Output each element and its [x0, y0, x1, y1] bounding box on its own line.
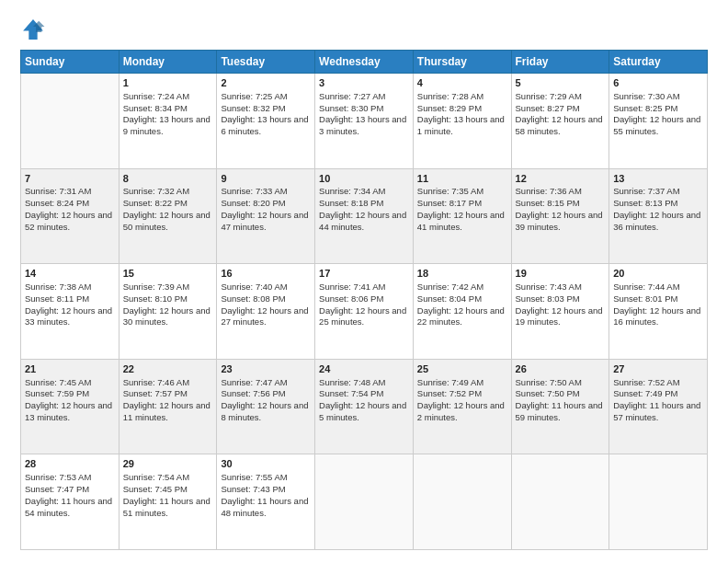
calendar-cell: 19Sunrise: 7:43 AMSunset: 8:03 PMDayligh… — [511, 264, 609, 360]
calendar-cell: 24Sunrise: 7:48 AMSunset: 7:54 PMDayligh… — [315, 359, 414, 454]
calendar: SundayMondayTuesdayWednesdayThursdayFrid… — [20, 50, 708, 550]
page: SundayMondayTuesdayWednesdayThursdayFrid… — [0, 0, 728, 563]
sunrise-text: Sunrise: 7:47 AM — [221, 377, 311, 389]
calendar-cell: 3Sunrise: 7:27 AMSunset: 8:30 PMDaylight… — [315, 74, 414, 169]
sunset-text: Sunset: 7:57 PM — [123, 388, 213, 400]
day-number: 24 — [319, 362, 409, 376]
day-number: 6 — [613, 76, 703, 90]
sunset-text: Sunset: 8:13 PM — [613, 198, 703, 210]
daylight-text: Daylight: 12 hours and 22 minutes. — [417, 305, 507, 329]
sunrise-text: Sunrise: 7:55 AM — [221, 472, 311, 484]
calendar-cell — [413, 454, 511, 550]
sunrise-text: Sunrise: 7:37 AM — [613, 186, 703, 198]
calendar-week-row: 21Sunrise: 7:45 AMSunset: 7:59 PMDayligh… — [21, 359, 708, 454]
sunset-text: Sunset: 8:27 PM — [516, 103, 606, 115]
day-number: 1 — [123, 76, 213, 90]
sunset-text: Sunset: 8:24 PM — [25, 198, 115, 210]
sunrise-text: Sunrise: 7:31 AM — [25, 186, 115, 198]
day-number: 10 — [319, 172, 409, 186]
sunset-text: Sunset: 8:04 PM — [417, 293, 507, 305]
day-number: 8 — [123, 172, 213, 186]
day-number: 26 — [516, 362, 606, 376]
calendar-cell: 13Sunrise: 7:37 AMSunset: 8:13 PMDayligh… — [609, 168, 708, 264]
sunrise-text: Sunrise: 7:40 AM — [221, 282, 311, 293]
calendar-cell: 23Sunrise: 7:47 AMSunset: 7:56 PMDayligh… — [217, 359, 315, 454]
logo — [20, 17, 50, 42]
daylight-text: Daylight: 12 hours and 16 minutes. — [613, 305, 703, 329]
day-number: 17 — [319, 267, 409, 281]
sunrise-text: Sunrise: 7:36 AM — [516, 186, 606, 198]
calendar-cell — [21, 74, 119, 169]
calendar-cell: 4Sunrise: 7:28 AMSunset: 8:29 PMDaylight… — [413, 74, 511, 169]
sunset-text: Sunset: 8:01 PM — [613, 293, 703, 305]
calendar-cell: 14Sunrise: 7:38 AMSunset: 8:11 PMDayligh… — [21, 264, 119, 360]
day-number: 19 — [516, 267, 606, 281]
calendar-cell: 2Sunrise: 7:25 AMSunset: 8:32 PMDaylight… — [217, 74, 315, 169]
sunset-text: Sunset: 8:32 PM — [221, 103, 311, 115]
daylight-text: Daylight: 12 hours and 5 minutes. — [319, 400, 409, 424]
sunset-text: Sunset: 8:22 PM — [123, 198, 213, 210]
calendar-cell: 26Sunrise: 7:50 AMSunset: 7:50 PMDayligh… — [511, 359, 609, 454]
header — [20, 17, 708, 42]
day-number: 29 — [123, 457, 213, 471]
day-number: 7 — [25, 172, 115, 186]
day-number: 30 — [221, 457, 311, 471]
daylight-text: Daylight: 11 hours and 59 minutes. — [516, 400, 606, 424]
sunrise-text: Sunrise: 7:46 AM — [123, 377, 213, 389]
sunset-text: Sunset: 7:54 PM — [319, 388, 409, 400]
calendar-cell: 15Sunrise: 7:39 AMSunset: 8:10 PMDayligh… — [119, 264, 217, 360]
daylight-text: Daylight: 12 hours and 39 minutes. — [516, 210, 606, 234]
calendar-cell: 10Sunrise: 7:34 AMSunset: 8:18 PMDayligh… — [315, 168, 414, 264]
sunset-text: Sunset: 7:56 PM — [221, 388, 311, 400]
sunrise-text: Sunrise: 7:28 AM — [417, 91, 507, 103]
sunrise-text: Sunrise: 7:29 AM — [516, 91, 606, 103]
sunset-text: Sunset: 8:15 PM — [516, 198, 606, 210]
sunset-text: Sunset: 7:47 PM — [25, 484, 115, 496]
sunrise-text: Sunrise: 7:50 AM — [516, 377, 606, 389]
calendar-cell: 6Sunrise: 7:30 AMSunset: 8:25 PMDaylight… — [609, 74, 708, 169]
calendar-cell — [609, 454, 708, 550]
sunrise-text: Sunrise: 7:30 AM — [613, 91, 703, 103]
sunrise-text: Sunrise: 7:54 AM — [123, 472, 213, 484]
sunset-text: Sunset: 7:59 PM — [25, 388, 115, 400]
daylight-text: Daylight: 12 hours and 47 minutes. — [221, 210, 311, 234]
calendar-cell: 12Sunrise: 7:36 AMSunset: 8:15 PMDayligh… — [511, 168, 609, 264]
sunrise-text: Sunrise: 7:39 AM — [123, 282, 213, 293]
sunset-text: Sunset: 7:52 PM — [417, 388, 507, 400]
daylight-text: Daylight: 11 hours and 57 minutes. — [613, 400, 703, 424]
day-number: 3 — [319, 76, 409, 90]
sunrise-text: Sunrise: 7:48 AM — [319, 377, 409, 389]
sunrise-text: Sunrise: 7:34 AM — [319, 186, 409, 198]
calendar-cell — [511, 454, 609, 550]
sunset-text: Sunset: 8:10 PM — [123, 293, 213, 305]
sunset-text: Sunset: 7:45 PM — [123, 484, 213, 496]
sunrise-text: Sunrise: 7:25 AM — [221, 91, 311, 103]
daylight-text: Daylight: 12 hours and 41 minutes. — [417, 210, 507, 234]
calendar-header-monday: Monday — [119, 51, 217, 74]
sunrise-text: Sunrise: 7:32 AM — [123, 186, 213, 198]
sunrise-text: Sunrise: 7:27 AM — [319, 91, 409, 103]
day-number: 25 — [417, 362, 507, 376]
calendar-cell: 28Sunrise: 7:53 AMSunset: 7:47 PMDayligh… — [21, 454, 119, 550]
sunset-text: Sunset: 8:11 PM — [25, 293, 115, 305]
calendar-cell: 27Sunrise: 7:52 AMSunset: 7:49 PMDayligh… — [609, 359, 708, 454]
sunset-text: Sunset: 7:49 PM — [613, 388, 703, 400]
calendar-cell: 18Sunrise: 7:42 AMSunset: 8:04 PMDayligh… — [413, 264, 511, 360]
day-number: 27 — [613, 362, 703, 376]
sunset-text: Sunset: 7:43 PM — [221, 484, 311, 496]
daylight-text: Daylight: 12 hours and 25 minutes. — [319, 305, 409, 329]
sunrise-text: Sunrise: 7:53 AM — [25, 472, 115, 484]
sunrise-text: Sunrise: 7:24 AM — [123, 91, 213, 103]
day-number: 22 — [123, 362, 213, 376]
day-number: 16 — [221, 267, 311, 281]
calendar-cell: 29Sunrise: 7:54 AMSunset: 7:45 PMDayligh… — [119, 454, 217, 550]
sunrise-text: Sunrise: 7:45 AM — [25, 377, 115, 389]
daylight-text: Daylight: 12 hours and 36 minutes. — [613, 210, 703, 234]
sunset-text: Sunset: 8:30 PM — [319, 103, 409, 115]
day-number: 28 — [25, 457, 115, 471]
calendar-cell: 7Sunrise: 7:31 AMSunset: 8:24 PMDaylight… — [21, 168, 119, 264]
daylight-text: Daylight: 12 hours and 27 minutes. — [221, 305, 311, 329]
sunrise-text: Sunrise: 7:35 AM — [417, 186, 507, 198]
calendar-cell: 1Sunrise: 7:24 AMSunset: 8:34 PMDaylight… — [119, 74, 217, 169]
calendar-week-row: 14Sunrise: 7:38 AMSunset: 8:11 PMDayligh… — [21, 264, 708, 360]
